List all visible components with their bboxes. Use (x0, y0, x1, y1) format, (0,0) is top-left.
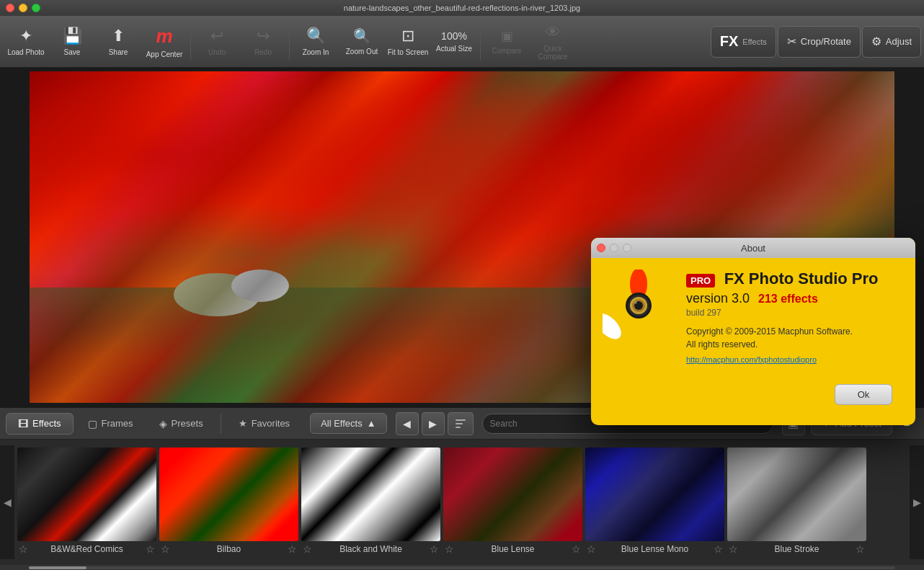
thumb-item[interactable]: ☆ Blue Lense ☆ (443, 447, 582, 557)
thumb-label: ☆ Blue Stroke ☆ (727, 541, 866, 557)
adjust-button[interactable]: ⚙ Adjust (862, 26, 921, 58)
scroll-right-arrow[interactable]: ▶ (910, 445, 924, 559)
zoom-in-icon: 🔍 (306, 27, 326, 45)
actual-size-button[interactable]: 100% Actual Size (431, 17, 477, 66)
share-button[interactable]: ⬆ Share (95, 17, 141, 66)
website-link[interactable]: http://macphun.com/fxphotostudiopro (686, 355, 904, 364)
load-photo-icon: ✦ (19, 27, 32, 45)
thumb-star-icon[interactable]: ☆ (303, 543, 312, 555)
next-button[interactable]: ▶ (422, 412, 445, 435)
thumb-name: Bilbao (217, 544, 241, 554)
scroll-thumb[interactable] (29, 566, 86, 569)
scroll-bar (0, 565, 924, 570)
thumb-preview (301, 447, 440, 541)
thumb-label: ☆ Black and White ☆ (301, 541, 440, 557)
thumb-preview (727, 447, 866, 541)
crop-rotate-button[interactable]: ✂ Crop/Rotate (778, 26, 861, 58)
tab-frames[interactable]: ▢ Frames (76, 414, 145, 434)
all-effects-dropdown[interactable]: All Effects ▲ (310, 413, 386, 434)
app-center-label: App Center (146, 50, 183, 58)
compare-icon: ▣ (501, 28, 513, 44)
zoom-in-button[interactable]: 🔍 Zoom In (293, 17, 339, 66)
scroll-left-arrow[interactable]: ◀ (0, 445, 14, 559)
save-button[interactable]: 💾 Save (49, 17, 95, 66)
copyright-text: Copyright © 2009-2015 Macphun Software.A… (686, 325, 904, 351)
thumb-preview (17, 447, 156, 541)
thumb-item[interactable]: ☆ B&W&Red Comics ☆ (17, 447, 156, 557)
load-photo-button[interactable]: ✦ Load Photo (3, 17, 49, 66)
maximize-button[interactable] (32, 4, 40, 12)
toolbar-right-group: FX Effects ✂ Crop/Rotate ⚙ Adjust (711, 26, 921, 58)
star-icon: ★ (239, 418, 247, 429)
minimize-button[interactable] (19, 4, 27, 12)
ok-button[interactable]: Ok (835, 384, 892, 405)
prev-button[interactable]: ◀ (396, 412, 419, 435)
thumbnails-row: ◀ ☆ B&W&Red Comics ☆ ☆ (0, 440, 924, 565)
thumb-item[interactable]: ☆ Bilbao ☆ (159, 447, 298, 557)
thumbs-container: ☆ B&W&Red Comics ☆ ☆ Bilbao ☆ (14, 447, 910, 557)
separator-1 (190, 24, 191, 60)
compare-button[interactable]: ▣ Compare (484, 17, 530, 66)
zoom-out-label: Zoom Out (346, 48, 378, 55)
fx-button[interactable]: FX Effects (711, 26, 776, 58)
undo-label: Undo (208, 48, 226, 56)
thumb-image-blue-stroke (727, 447, 866, 541)
shuffle-button[interactable] (448, 412, 474, 435)
tab-effects[interactable]: 🎞 Effects (6, 413, 74, 435)
save-label: Save (64, 48, 81, 56)
thumb-item[interactable]: ☆ Blue Lense Mono ☆ (585, 447, 724, 557)
thumb-star-right-icon[interactable]: ☆ (430, 543, 439, 555)
about-minimize-button (610, 244, 618, 252)
thumb-star-icon[interactable]: ☆ (161, 543, 170, 555)
close-button[interactable] (6, 4, 14, 12)
thumb-item[interactable]: ☆ Black and White ☆ (301, 447, 440, 557)
scroll-track (29, 566, 895, 569)
window-controls[interactable] (6, 4, 40, 12)
thumb-star-icon[interactable]: ☆ (729, 543, 738, 555)
save-icon: 💾 (63, 27, 82, 45)
app-logo-icon (603, 270, 675, 342)
thumb-image-blue-mono (585, 447, 724, 541)
nav-buttons: ◀ ▶ (396, 412, 474, 435)
fx-icon: FX (720, 33, 739, 50)
thumb-star-icon[interactable]: ☆ (587, 543, 596, 555)
thumb-star-right-icon[interactable]: ☆ (714, 543, 723, 555)
compare-label: Compare (492, 47, 521, 55)
app-name: FX Photo Studio Pro (724, 270, 879, 288)
fx-effects-label: Effects (742, 37, 766, 46)
version-text: version 3.0 (686, 291, 750, 306)
app-center-button[interactable]: m App Center (141, 17, 187, 66)
thumb-name: Blue Lense (491, 544, 534, 554)
title-bar: nature-landscapes_other_beautiful-red-re… (0, 0, 924, 16)
presets-tab-label: Presets (172, 418, 203, 429)
thumb-item[interactable]: ☆ Blue Stroke ☆ (727, 447, 866, 557)
thumb-star-right-icon[interactable]: ☆ (146, 543, 155, 555)
thumb-label: ☆ B&W&Red Comics ☆ (17, 541, 156, 557)
thumb-preview (159, 447, 298, 541)
fit-to-screen-button[interactable]: ⊡ Fit to Screen (385, 17, 431, 66)
favorites-button[interactable]: ★ Favorites (227, 414, 301, 433)
about-window-controls[interactable] (597, 244, 631, 252)
thumb-image-bw-red (17, 447, 156, 541)
thumb-star-right-icon[interactable]: ☆ (572, 543, 581, 555)
redo-button[interactable]: ↪ Redo (240, 17, 286, 66)
thumb-star-right-icon[interactable]: ☆ (856, 543, 865, 555)
thumb-star-icon[interactable]: ☆ (445, 543, 454, 555)
redo-icon: ↪ (257, 27, 270, 45)
toolbar-history-group: ↩ Undo ↪ Redo (194, 16, 286, 67)
quick-compare-button[interactable]: 👁 Quick Compare (530, 17, 576, 66)
undo-button[interactable]: ↩ Undo (194, 17, 240, 66)
thumb-star-right-icon[interactable]: ☆ (288, 543, 297, 555)
thumb-image-bw (301, 447, 440, 541)
pro-badge: PRO (686, 274, 715, 288)
dropdown-label: All Effects (321, 418, 363, 429)
adjust-icon: ⚙ (871, 35, 881, 48)
effects-count: 213 effects (758, 293, 818, 306)
thumb-name: Blue Lense Mono (621, 544, 688, 554)
thumb-star-icon[interactable]: ☆ (19, 543, 28, 555)
share-label: Share (109, 48, 128, 56)
about-close-button[interactable] (597, 244, 605, 252)
separator-3 (480, 24, 481, 60)
tab-presets[interactable]: ◈ Presets (148, 414, 215, 434)
zoom-out-button[interactable]: 🔍 Zoom Out (339, 17, 385, 66)
